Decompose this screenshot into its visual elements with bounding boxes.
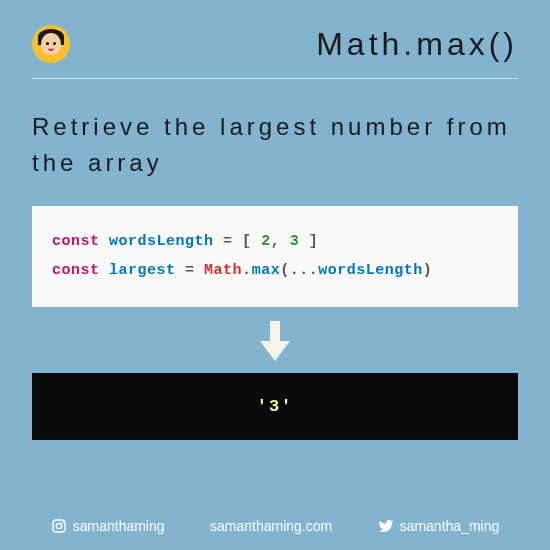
- instagram-icon: [51, 518, 67, 534]
- variable-largest: largest: [109, 262, 176, 279]
- paren-close: ): [423, 262, 433, 279]
- comma: ,: [271, 233, 281, 250]
- header: Math.max(): [0, 0, 550, 78]
- subtitle: Retrieve the largest number from the arr…: [0, 79, 550, 206]
- website-label: samanthaming.com: [210, 518, 332, 534]
- code-line-1: const wordsLength = [ 2, 3 ]: [52, 228, 498, 257]
- page-title: Math.max(): [70, 26, 518, 63]
- twitter-icon: [378, 518, 394, 534]
- arg-wordslength: wordsLength: [318, 262, 423, 279]
- instagram-label: samanthaming: [73, 518, 165, 534]
- code-line-2: const largest = Math.max(...wordsLength): [52, 257, 498, 286]
- keyword-const: const: [52, 262, 100, 279]
- paren-open: (: [280, 262, 290, 279]
- operator-equals: =: [185, 262, 195, 279]
- twitter-label: samantha_ming: [400, 518, 500, 534]
- number-literal: 2: [261, 233, 271, 250]
- arrow-down-icon: [0, 307, 550, 373]
- avatar: [32, 25, 70, 63]
- instagram-handle: samanthaming: [51, 518, 165, 534]
- bracket-close: ]: [309, 233, 319, 250]
- code-block: const wordsLength = [ 2, 3 ] const large…: [32, 206, 518, 307]
- svg-point-2: [62, 522, 64, 524]
- output-block: '3': [32, 373, 518, 440]
- bracket-open: [: [242, 233, 252, 250]
- twitter-handle: samantha_ming: [378, 518, 500, 534]
- class-math: Math: [204, 262, 242, 279]
- keyword-const: const: [52, 233, 100, 250]
- dot: .: [242, 262, 252, 279]
- operator-equals: =: [223, 233, 233, 250]
- method-max: max: [252, 262, 281, 279]
- footer: samanthaming samanthaming.com samantha_m…: [0, 518, 550, 534]
- website-link: samanthaming.com: [210, 518, 332, 534]
- number-literal: 3: [290, 233, 300, 250]
- spread-operator: ...: [290, 262, 319, 279]
- svg-point-1: [56, 523, 61, 528]
- variable-wordslength: wordsLength: [109, 233, 214, 250]
